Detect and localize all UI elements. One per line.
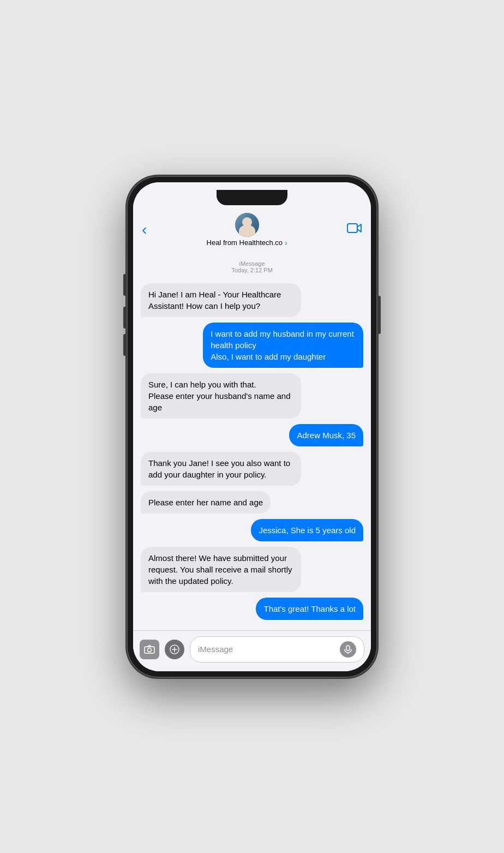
outgoing-bubble: Jessica, She is 5 years old <box>251 519 363 541</box>
outgoing-text: I want to add my husband in my current h… <box>211 329 354 361</box>
phone-frame: ‹ Heal from Healthtech.co › iMe <box>127 176 377 678</box>
timestamp-label: iMessage Today, 2:12 PM <box>141 260 363 273</box>
incoming-bubble: Sure, I can help you with that.Please en… <box>141 373 301 419</box>
chevron-icon: › <box>285 238 287 247</box>
incoming-bubble: Almost there! We have submitted your req… <box>141 547 301 592</box>
input-bar: iMessage <box>133 630 371 671</box>
message-row: Thank you Jane! I see you also want to a… <box>141 452 363 486</box>
messages-area: iMessage Today, 2:12 PM Hi Jane! I am He… <box>133 253 371 630</box>
message-row: That's great! Thanks a lot <box>141 598 363 620</box>
incoming-bubble: Hi Jane! I am Heal - Your Healthcare Ass… <box>141 283 301 317</box>
camera-button[interactable] <box>140 640 159 659</box>
contact-name[interactable]: Heal from Healthtech.co › <box>207 238 287 247</box>
incoming-text: Thank you Jane! I see you also want to a… <box>148 458 290 479</box>
incoming-text: Almost there! We have submitted your req… <box>148 553 292 586</box>
message-row: Almost there! We have submitted your req… <box>141 547 363 592</box>
message-input-wrap[interactable]: iMessage <box>190 636 364 663</box>
incoming-bubble: Thank you Jane! I see you also want to a… <box>141 452 301 486</box>
audio-button[interactable] <box>340 641 356 658</box>
message-row: I want to add my husband in my current h… <box>141 323 363 368</box>
back-button[interactable]: ‹ <box>142 222 147 237</box>
message-row: Jessica, She is 5 years old <box>141 519 363 541</box>
nav-bar: ‹ Heal from Healthtech.co › <box>133 210 371 253</box>
status-bar <box>133 182 371 210</box>
message-row: Hi Jane! I am Heal - Your Healthcare Ass… <box>141 283 363 317</box>
incoming-bubble: Please enter her name and age <box>141 491 271 514</box>
avatar[interactable] <box>235 213 259 237</box>
nav-center: Heal from Healthtech.co › <box>207 213 287 247</box>
video-call-button[interactable] <box>347 222 362 237</box>
apps-button[interactable] <box>165 640 184 659</box>
outgoing-bubble: I want to add my husband in my current h… <box>203 323 363 368</box>
contact-avatar <box>235 213 259 237</box>
notch <box>217 190 287 205</box>
imessage-label: iMessage <box>141 260 363 267</box>
outgoing-bubble: That's great! Thanks a lot <box>256 598 363 620</box>
phone-screen: ‹ Heal from Healthtech.co › iMe <box>133 182 371 671</box>
message-row: Adrew Musk, 35 <box>141 424 363 446</box>
contact-name-text: Heal from Healthtech.co <box>207 238 283 247</box>
input-placeholder: iMessage <box>198 645 233 654</box>
svg-point-2 <box>148 648 152 652</box>
svg-rect-4 <box>346 646 350 651</box>
outgoing-bubble: Adrew Musk, 35 <box>289 424 363 446</box>
time-label: Today, 2:12 PM <box>141 267 363 273</box>
message-row: Sure, I can help you with that.Please en… <box>141 373 363 419</box>
svg-rect-0 <box>347 224 357 232</box>
message-row: Please enter her name and age <box>141 491 363 514</box>
incoming-text: Sure, I can help you with that.Please en… <box>148 380 291 412</box>
